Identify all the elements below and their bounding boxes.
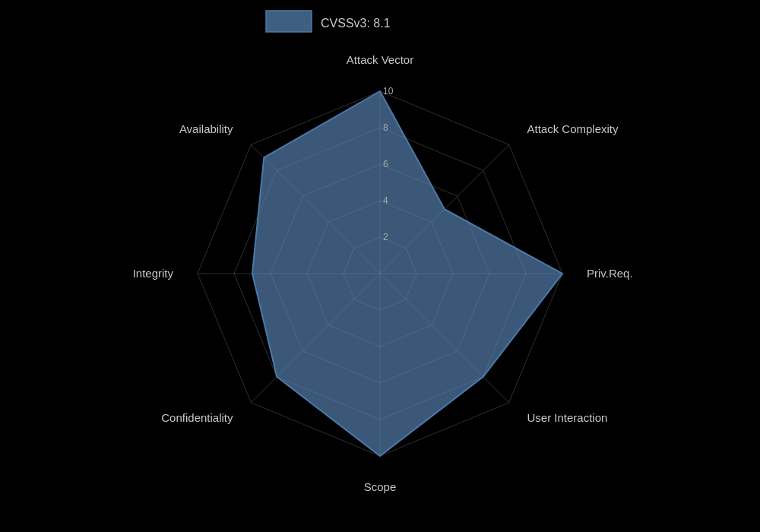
svg-text:4: 4 (383, 195, 388, 206)
svg-text:Scope: Scope (364, 480, 397, 493)
svg-text:CVSSv3: 8.1: CVSSv3: 8.1 (321, 17, 391, 30)
svg-text:6: 6 (383, 159, 388, 169)
svg-text:User Interaction: User Interaction (527, 411, 608, 424)
svg-marker-13 (252, 91, 562, 456)
svg-text:8: 8 (383, 122, 388, 133)
chart-container: 246810Attack VectorAttack ComplexityPriv… (0, 0, 760, 532)
svg-text:Priv.Req.: Priv.Req. (587, 267, 633, 280)
svg-text:10: 10 (383, 86, 394, 97)
svg-rect-27 (266, 11, 312, 32)
svg-text:Confidentiality: Confidentiality (161, 411, 233, 424)
svg-text:Availability: Availability (179, 122, 233, 135)
svg-text:Integrity: Integrity (133, 267, 174, 280)
svg-text:2: 2 (383, 232, 388, 242)
svg-text:Attack Complexity: Attack Complexity (527, 122, 619, 135)
svg-text:Attack Vector: Attack Vector (347, 53, 413, 66)
